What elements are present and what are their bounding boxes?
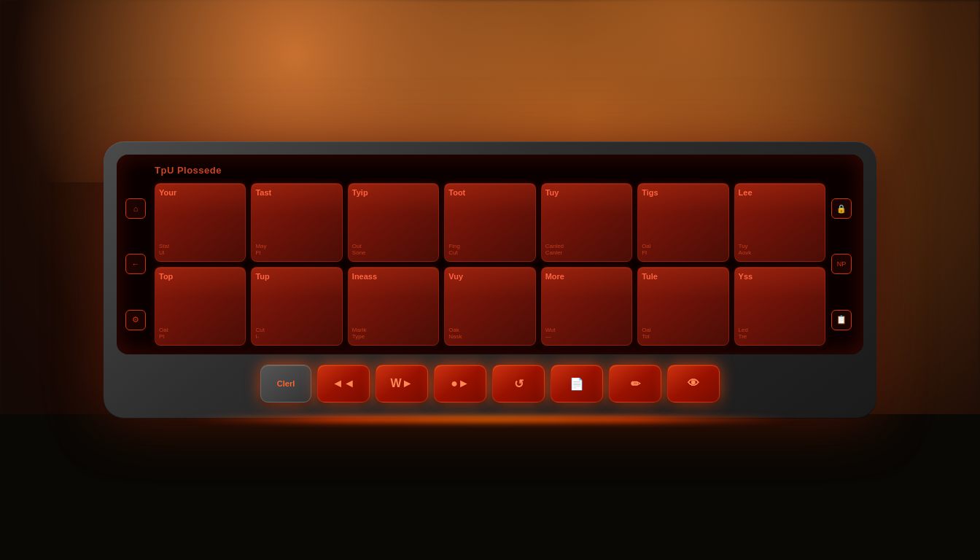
refresh-icon: ↺: [514, 377, 524, 391]
grid-btn-lee-title: Lee: [739, 188, 821, 197]
grid-btn-vuy[interactable]: Vuy OakNask: [444, 267, 535, 346]
sidebar-right-lock[interactable]: 🔒: [831, 198, 852, 219]
sidebar-left: ⌂ ← ⚙: [125, 183, 149, 346]
w-forward-icon: W►: [391, 377, 413, 390]
hw-btn-refresh[interactable]: ↺: [492, 365, 545, 402]
grid-btn-tup-sub: CutI-: [255, 327, 338, 341]
grid-btn-toot[interactable]: Toot FingCut: [444, 183, 535, 262]
grid-btn-tigs[interactable]: Tigs OalFt: [637, 183, 728, 262]
hw-btn-edit[interactable]: ✏: [609, 365, 661, 402]
hw-btn-rewind[interactable]: ◄◄: [317, 365, 370, 402]
grid-btn-tup[interactable]: Tup CutI-: [251, 267, 342, 346]
grid-btn-tyip-sub: OutSone: [352, 243, 435, 257]
hw-btn-play[interactable]: ●►: [434, 365, 486, 402]
grid-btn-toot-title: Toot: [448, 188, 531, 197]
hw-btn-clerl-label: Clerl: [277, 379, 295, 388]
device-screen: TpU Plossede ⌂ ← ⚙ Your StatUl Tast MayF…: [117, 155, 863, 354]
hw-btn-doc[interactable]: 📄: [551, 365, 603, 402]
grid-btn-lee[interactable]: Lee TuyAovk: [734, 183, 825, 262]
grid-btn-tule[interactable]: Tule OalTot: [637, 267, 728, 346]
sidebar-left-back[interactable]: ←: [125, 254, 146, 274]
sidebar-right: 🔒 NP 📋: [831, 183, 855, 346]
grid-btn-tuy-sub: CanledCanler: [545, 243, 628, 257]
grid-btn-tigs-title: Tigs: [642, 188, 724, 197]
grid-btn-more-sub: Wut—: [545, 327, 628, 341]
grid-btn-tyip-title: Tyip: [352, 188, 435, 197]
edit-icon: ✏: [631, 377, 640, 391]
sidebar-right-np[interactable]: NP: [831, 254, 852, 274]
grid-btn-tyip[interactable]: Tyip OutSone: [348, 183, 439, 262]
grid-btn-your[interactable]: Your StatUl: [155, 183, 246, 262]
view-icon: 👁: [688, 377, 699, 390]
doc-icon: 📄: [569, 377, 584, 391]
grid-btn-top-sub: OatPt: [159, 327, 241, 341]
grid-btn-your-sub: StatUl: [159, 243, 241, 257]
bottom-button-row: Clerl ◄◄ W► ●► ↺ 📄 ✏ 👁: [117, 362, 863, 405]
grid-btn-tast-sub: MayFt: [255, 243, 338, 257]
grid-btn-top[interactable]: Top OatPt: [155, 267, 246, 346]
grid-btn-lee-sub: TuyAovk: [739, 243, 821, 257]
sidebar-left-home[interactable]: ⌂: [125, 198, 146, 219]
grid-btn-your-title: Your: [159, 188, 241, 197]
play-icon: ●►: [451, 377, 470, 390]
screen-content: ⌂ ← ⚙ Your StatUl Tast MayFt Tyip OutSon…: [125, 183, 855, 346]
grid-btn-top-title: Top: [159, 272, 241, 281]
grid-btn-toot-sub: FingCut: [448, 243, 531, 257]
rewind-icon: ◄◄: [332, 377, 355, 390]
grid-btn-yss-sub: LedTre: [739, 327, 821, 341]
hw-btn-w-forward[interactable]: W►: [376, 365, 428, 402]
grid-btn-vuy-title: Vuy: [448, 272, 531, 281]
device-body: TpU Plossede ⌂ ← ⚙ Your StatUl Tast MayF…: [104, 141, 876, 419]
hw-btn-view[interactable]: 👁: [667, 365, 720, 402]
grid-btn-ineass-title: Ineass: [352, 272, 435, 281]
hw-btn-clerl[interactable]: Clerl: [260, 365, 311, 402]
sidebar-right-doc[interactable]: 📋: [831, 310, 852, 330]
grid-btn-tuy-title: Tuy: [545, 188, 628, 197]
grid-btn-more-title: More: [545, 272, 628, 281]
grid-btn-tuy[interactable]: Tuy CanledCanler: [541, 183, 632, 262]
grid-btn-tast[interactable]: Tast MayFt: [251, 183, 342, 262]
grid-btn-tule-sub: OalTot: [642, 327, 724, 341]
background-bottom: [0, 414, 980, 560]
sidebar-left-settings[interactable]: ⚙: [125, 310, 146, 330]
grid-btn-yss[interactable]: Yss LedTre: [734, 267, 825, 346]
grid-btn-vuy-sub: OakNask: [448, 327, 531, 341]
grid-btn-tast-title: Tast: [255, 188, 338, 197]
main-button-grid: Your StatUl Tast MayFt Tyip OutSone Toot…: [155, 183, 825, 346]
grid-btn-more[interactable]: More Wut—: [541, 267, 632, 346]
glow-decoration: [181, 416, 799, 422]
grid-btn-tup-title: Tup: [255, 272, 338, 281]
grid-btn-yss-title: Yss: [739, 272, 821, 281]
grid-btn-ineass[interactable]: Ineass MarikType: [348, 267, 439, 346]
screen-title: TpU Plossede: [155, 165, 855, 176]
grid-btn-ineass-sub: MarikType: [352, 327, 435, 341]
grid-btn-tule-title: Tule: [642, 272, 724, 281]
grid-btn-tigs-sub: OalFt: [642, 243, 724, 257]
